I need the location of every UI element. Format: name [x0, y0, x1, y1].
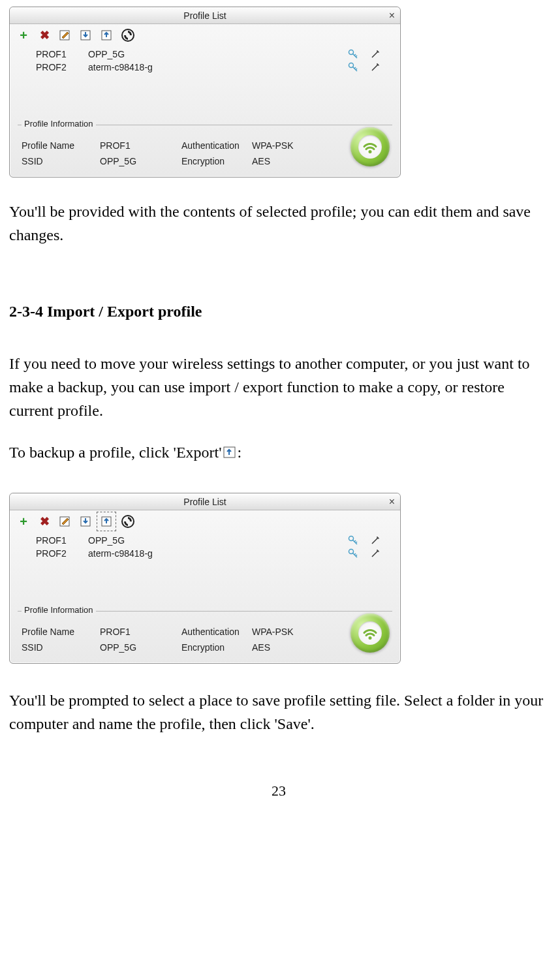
label-ssid: SSID	[22, 642, 100, 653]
key-icon	[348, 535, 358, 546]
label-enc: Encryption	[181, 642, 252, 653]
value-ssid: OPP_5G	[100, 642, 136, 653]
window-title: Profile List	[183, 497, 226, 507]
body-paragraph-2: If you need to move your wireless settin…	[9, 352, 548, 422]
wand-icon	[370, 548, 381, 559]
profile-name: PROF2	[16, 62, 88, 72]
profile-ssid: aterm-c98418-g	[88, 548, 348, 559]
profile-name: PROF1	[16, 49, 88, 59]
wand-icon	[370, 62, 381, 72]
toolbar: + ✖	[10, 510, 400, 531]
activate-icon[interactable]	[121, 28, 135, 42]
profile-name: PROF1	[16, 535, 88, 546]
label-profile-name: Profile Name	[22, 627, 100, 637]
profile-ssid: OPP_5G	[88, 49, 348, 59]
window-title: Profile List	[183, 10, 226, 21]
profile-name: PROF2	[16, 548, 88, 559]
profile-information-group: Profile Information Profile NamePROF1 SS…	[16, 125, 394, 170]
close-icon[interactable]: ×	[389, 496, 395, 508]
activate-icon[interactable]	[121, 514, 135, 529]
group-legend: Profile Information	[22, 119, 96, 129]
profile-list-window-2: Profile List × + ✖ PROF1 OPP_5G PROF2	[9, 493, 401, 664]
svg-point-8	[369, 150, 372, 153]
key-icon	[348, 548, 358, 559]
label-auth: Authentication	[181, 140, 252, 151]
wand-icon	[370, 49, 381, 59]
paragraph-3-text-pre: To backup a profile, click 'Export'	[9, 441, 222, 464]
svg-point-17	[377, 550, 379, 551]
value-enc: AES	[252, 642, 270, 653]
key-icon	[348, 62, 358, 72]
profile-row[interactable]: PROF2 aterm-c98418-g	[16, 61, 394, 74]
label-ssid: SSID	[22, 156, 100, 166]
paragraph-3-text-post: :	[238, 441, 242, 464]
value-profile-name: PROF1	[100, 140, 131, 151]
profile-list: PROF1 OPP_5G PROF2 aterm-c98418-g	[16, 48, 394, 119]
import-icon[interactable]	[79, 514, 93, 529]
delete-icon[interactable]: ✖	[37, 514, 52, 529]
profile-information-group: Profile Information Profile NamePROF1 SS…	[16, 611, 394, 657]
profile-list-window-1: Profile List × + ✖ PROF1 OPP_5G PROF2	[9, 7, 401, 178]
titlebar: Profile List ×	[10, 7, 400, 24]
profile-row[interactable]: PROF2 aterm-c98418-g	[16, 547, 394, 560]
wifi-status-icon	[350, 127, 390, 166]
toolbar: + ✖	[10, 24, 400, 45]
value-auth: WPA-PSK	[252, 627, 294, 637]
value-profile-name: PROF1	[100, 627, 131, 637]
body-paragraph-1: You'll be provided with the contents of …	[9, 200, 548, 247]
titlebar: Profile List ×	[10, 493, 400, 510]
wifi-status-icon	[350, 613, 390, 653]
key-icon	[348, 49, 358, 59]
svg-point-5	[377, 51, 379, 52]
profile-row[interactable]: PROF1 OPP_5G	[16, 534, 394, 547]
add-icon[interactable]: +	[16, 514, 31, 529]
edit-icon[interactable]	[58, 514, 72, 529]
svg-point-15	[377, 537, 379, 538]
close-icon[interactable]: ×	[389, 10, 395, 22]
body-paragraph-3: To backup a profile, click 'Export' :	[9, 441, 548, 464]
page-number: 23	[9, 783, 548, 799]
export-icon[interactable]	[100, 514, 114, 529]
value-auth: WPA-PSK	[252, 140, 294, 151]
profile-list: PROF1 OPP_5G PROF2 aterm-c98418-g	[16, 534, 394, 606]
svg-point-7	[377, 64, 379, 65]
svg-point-18	[369, 636, 372, 640]
body-paragraph-4: You'll be prompted to select a place to …	[9, 689, 548, 736]
section-heading: 2-3-4 Import / Export profile	[9, 303, 548, 320]
import-icon[interactable]	[79, 28, 93, 42]
wand-icon	[370, 535, 381, 546]
export-icon-inline	[223, 446, 236, 459]
value-enc: AES	[252, 156, 270, 166]
value-ssid: OPP_5G	[100, 156, 136, 166]
profile-ssid: aterm-c98418-g	[88, 62, 348, 72]
group-legend: Profile Information	[22, 605, 96, 615]
export-icon[interactable]	[100, 28, 114, 42]
add-icon[interactable]: +	[16, 28, 31, 42]
delete-icon[interactable]: ✖	[37, 28, 52, 42]
profile-row[interactable]: PROF1 OPP_5G	[16, 48, 394, 61]
label-profile-name: Profile Name	[22, 140, 100, 151]
label-auth: Authentication	[181, 627, 252, 637]
label-enc: Encryption	[181, 156, 252, 166]
edit-icon[interactable]	[58, 28, 72, 42]
profile-ssid: OPP_5G	[88, 535, 348, 546]
